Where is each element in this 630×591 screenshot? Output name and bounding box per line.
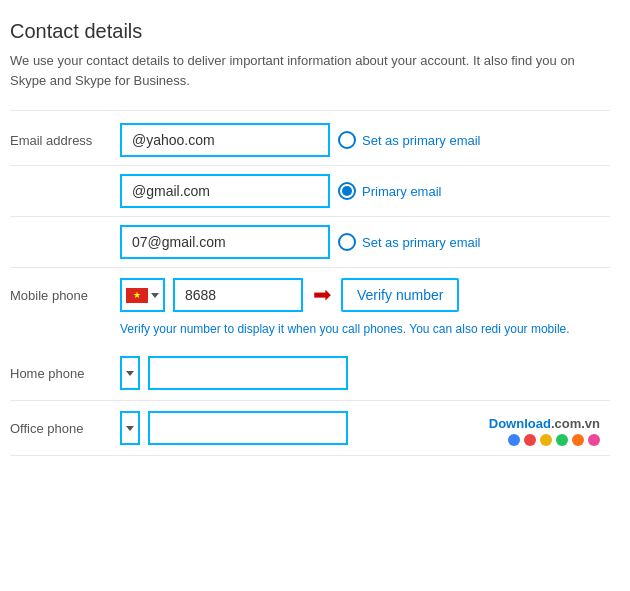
- watermark: Download.com.vn: [489, 416, 600, 446]
- email-row-3: Set as primary email: [10, 217, 610, 268]
- page-title: Contact details: [10, 20, 610, 43]
- office-phone-label: Office phone: [10, 421, 120, 436]
- email-row-1: Email address Set as primary email: [10, 115, 610, 166]
- chevron-down-icon: [151, 293, 159, 298]
- wdot-6: [588, 434, 600, 446]
- email-radio-text-3: Set as primary email: [362, 235, 480, 250]
- email-radio-text-2: Primary email: [362, 184, 441, 199]
- home-phone-row: Home phone: [10, 346, 610, 401]
- home-phone-input[interactable]: [148, 356, 348, 390]
- office-country-select[interactable]: [120, 411, 140, 445]
- home-phone-label: Home phone: [10, 366, 120, 381]
- wdot-1: [508, 434, 520, 446]
- email-label: Email address: [10, 133, 120, 148]
- office-chevron-down-icon: [126, 426, 134, 431]
- mobile-section: Mobile phone ➡ Verify number Verify your…: [10, 268, 610, 338]
- wdot-5: [572, 434, 584, 446]
- email-input-3[interactable]: [120, 225, 330, 259]
- verify-hint: Verify your number to display it when yo…: [120, 320, 610, 338]
- email-row-2: Primary email: [10, 166, 610, 217]
- mobile-input[interactable]: [173, 278, 303, 312]
- email-radio-text-1: Set as primary email: [362, 133, 480, 148]
- email-input-1[interactable]: [120, 123, 330, 157]
- email-radio-3[interactable]: [338, 233, 356, 251]
- home-chevron-down-icon: [126, 371, 134, 376]
- email-input-2[interactable]: [120, 174, 330, 208]
- email-field-content-1: Set as primary email: [120, 123, 610, 157]
- page-description: We use your contact details to deliver i…: [10, 51, 610, 90]
- wdot-3: [540, 434, 552, 446]
- email-radio-2[interactable]: [338, 182, 356, 200]
- mobile-row: Mobile phone ➡ Verify number: [10, 268, 610, 316]
- office-phone-input[interactable]: [148, 411, 348, 445]
- mobile-field-content: ➡ Verify number: [120, 278, 610, 312]
- watermark-dots: [489, 434, 600, 446]
- country-select[interactable]: [120, 278, 165, 312]
- verify-number-button[interactable]: Verify number: [341, 278, 459, 312]
- flag-vietnam-icon: [126, 288, 148, 303]
- home-phone-content: [120, 356, 610, 390]
- email-radio-label-1[interactable]: Set as primary email: [338, 131, 480, 149]
- home-country-select[interactable]: [120, 356, 140, 390]
- email-radio-label-3[interactable]: Set as primary email: [338, 233, 480, 251]
- email-field-content-2: Primary email: [120, 174, 610, 208]
- email-field-content-3: Set as primary email: [120, 225, 610, 259]
- wdot-4: [556, 434, 568, 446]
- mobile-label: Mobile phone: [10, 288, 120, 303]
- email-radio-1[interactable]: [338, 131, 356, 149]
- wdot-2: [524, 434, 536, 446]
- email-radio-label-2[interactable]: Primary email: [338, 182, 441, 200]
- right-arrow-icon: ➡: [313, 282, 331, 308]
- email-section: Email address Set as primary email Prima…: [10, 110, 610, 268]
- watermark-text: Download: [489, 416, 551, 431]
